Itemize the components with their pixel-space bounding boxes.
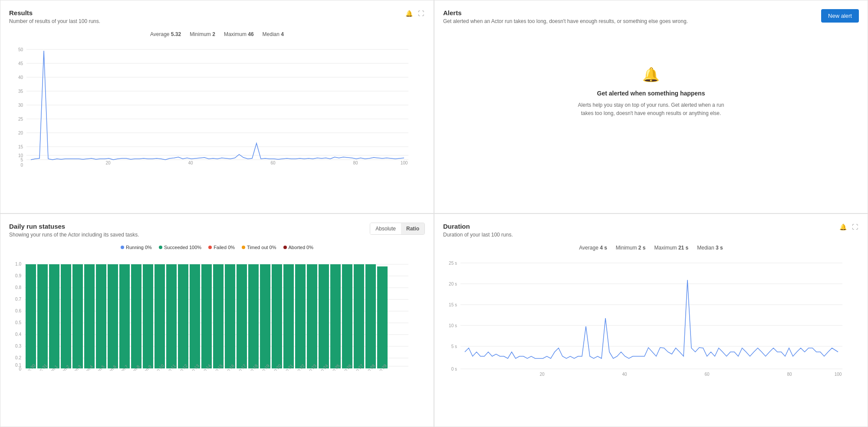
svg-rect-69 [283, 264, 294, 368]
svg-rect-72 [319, 264, 329, 368]
results-chart: 50 45 40 35 30 25 20 15 10 5 0 20 40 60 … [9, 41, 425, 167]
results-min: Minimum 2 [190, 31, 215, 37]
svg-text:45: 45 [18, 61, 23, 66]
duration-title: Duration [443, 223, 513, 230]
svg-text:0: 0 [20, 163, 23, 167]
svg-text:25 s: 25 s [449, 261, 457, 266]
toggle-ratio[interactable]: Ratio [401, 223, 424, 234]
svg-text:15 s: 15 s [449, 302, 457, 307]
daily-run-title-group: Daily run statuses Showing your runs of … [9, 223, 139, 243]
svg-rect-52 [84, 264, 95, 368]
legend-succeeded-dot [159, 246, 162, 249]
svg-text:80: 80 [787, 372, 792, 377]
daily-run-toggle: Absolute Ratio [370, 223, 425, 235]
legend-succeeded-label: Succeeded 100% [164, 245, 201, 250]
svg-text:5 s: 5 s [451, 344, 457, 349]
svg-text:20: 20 [105, 161, 111, 165]
svg-rect-63 [213, 264, 224, 368]
alerts-empty-state: 🔔 Get alerted when something happens Ale… [443, 31, 859, 153]
svg-text:0.5: 0.5 [15, 320, 21, 325]
svg-text:20 s: 20 s [449, 282, 457, 286]
daily-run-panel: Daily run statuses Showing your runs of … [0, 214, 434, 427]
svg-rect-56 [131, 264, 141, 368]
alerts-empty-title: Get alerted when something happens [597, 90, 705, 97]
svg-text:0.2: 0.2 [15, 355, 21, 360]
svg-rect-62 [201, 264, 212, 368]
legend-timedout: Timed out 0% [242, 245, 276, 250]
legend-failed: Failed 0% [208, 245, 235, 250]
svg-rect-55 [119, 264, 130, 368]
results-panel: Results Number of results of your last 1… [0, 0, 434, 214]
duration-expand-icon[interactable]: ⛶ [851, 223, 859, 231]
legend-aborted-label: Aborted 0% [289, 245, 313, 250]
svg-rect-58 [155, 264, 165, 368]
svg-rect-53 [96, 264, 106, 368]
svg-text:35: 35 [18, 89, 23, 94]
duration-panel: Duration Duration of your last 100 runs.… [434, 214, 868, 427]
legend-aborted: Aborted 0% [283, 245, 313, 250]
svg-rect-76 [365, 264, 376, 368]
svg-rect-47 [26, 264, 36, 368]
duration-bell-icon[interactable]: 🔔 [838, 223, 848, 231]
duration-stats: Average 4 s Minimum 2 s Maximum 21 s Med… [443, 245, 859, 251]
results-title: Results [9, 9, 100, 16]
legend-succeeded: Succeeded 100% [159, 245, 201, 250]
svg-rect-73 [330, 264, 341, 368]
svg-text:25: 25 [18, 117, 23, 122]
alerts-subtitle: Get alerted when an Actor run takes too … [443, 18, 688, 24]
svg-rect-77 [377, 266, 388, 368]
svg-rect-57 [143, 264, 153, 368]
duration-title-group: Duration Duration of your last 100 runs. [443, 223, 513, 243]
results-svg: 50 45 40 35 30 25 20 15 10 5 0 20 40 60 … [9, 41, 417, 167]
svg-text:0.6: 0.6 [15, 309, 21, 313]
alerts-empty-desc: Alerts help you stay on top of your runs… [573, 101, 729, 118]
svg-rect-75 [354, 264, 364, 368]
svg-rect-70 [295, 264, 306, 368]
svg-text:50: 50 [18, 47, 23, 52]
svg-rect-67 [260, 264, 270, 368]
daily-run-subtitle: Showing your runs of the Actor including… [9, 232, 139, 238]
svg-rect-74 [342, 264, 352, 368]
results-subtitle: Number of results of your last 100 runs. [9, 18, 100, 24]
duration-min: Minimum 2 s [616, 245, 646, 251]
svg-text:15: 15 [18, 145, 23, 149]
svg-text:0 s: 0 s [451, 367, 457, 371]
svg-text:10 s: 10 s [449, 323, 457, 328]
legend-failed-dot [208, 246, 212, 249]
results-expand-icon[interactable]: ⛶ [417, 9, 425, 18]
svg-text:100: 100 [401, 161, 408, 165]
svg-rect-71 [307, 264, 317, 368]
duration-chart: 25 s 20 s 15 s 10 s 5 s 0 s 20 40 60 80 … [443, 254, 859, 380]
legend-timedout-dot [242, 246, 245, 249]
duration-subtitle: Duration of your last 100 runs. [443, 232, 513, 238]
results-avg: Average 5.32 [150, 31, 181, 37]
svg-text:0: 0 [19, 367, 21, 371]
svg-text:60: 60 [270, 161, 276, 165]
svg-text:0.8: 0.8 [15, 285, 21, 290]
legend-timedout-label: Timed out 0% [247, 245, 276, 250]
svg-text:0.7: 0.7 [15, 297, 21, 302]
svg-text:0.4: 0.4 [15, 332, 21, 337]
duration-icons: 🔔 ⛶ [838, 223, 859, 231]
results-header: Results Number of results of your last 1… [9, 9, 425, 30]
svg-text:40: 40 [188, 161, 193, 165]
svg-rect-59 [166, 264, 177, 368]
results-icons: 🔔 ⛶ [404, 9, 425, 18]
legend-running-dot [121, 246, 124, 249]
new-alert-button[interactable]: New alert [821, 9, 859, 23]
daily-run-header: Daily run statuses Showing your runs of … [9, 223, 425, 243]
svg-text:0.9: 0.9 [15, 273, 21, 278]
results-stats: Average 5.32 Minimum 2 Maximum 46 Median… [9, 31, 425, 37]
svg-text:40: 40 [622, 372, 627, 377]
daily-run-legend: Running 0% Succeeded 100% Failed 0% Time… [9, 245, 425, 250]
results-bell-icon[interactable]: 🔔 [404, 9, 414, 18]
results-max: Maximum 46 [224, 31, 254, 37]
svg-rect-50 [61, 264, 71, 368]
svg-text:20: 20 [539, 372, 545, 377]
alerts-header: Alerts Get alerted when an Actor run tak… [443, 9, 859, 30]
legend-running: Running 0% [121, 245, 152, 250]
toggle-absolute[interactable]: Absolute [370, 223, 401, 234]
svg-text:80: 80 [353, 161, 358, 165]
alerts-bell-icon: 🔔 [642, 66, 660, 83]
results-title-group: Results Number of results of your last 1… [9, 9, 100, 30]
